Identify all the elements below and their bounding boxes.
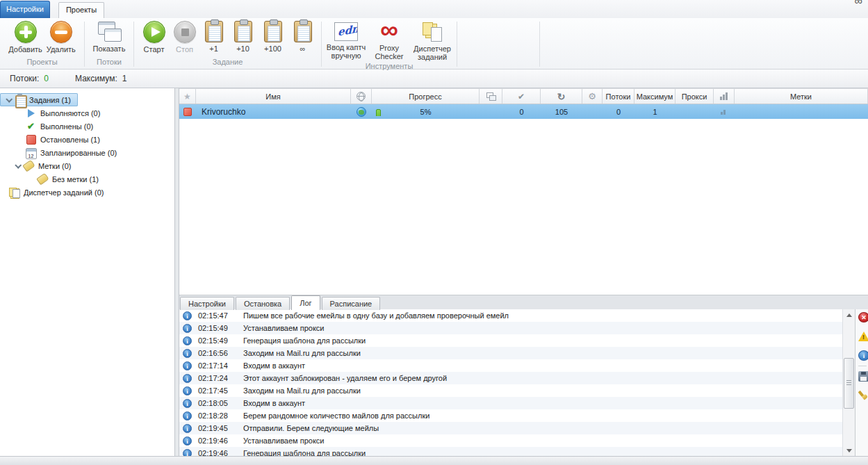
clipboard-icon <box>234 21 252 42</box>
log-entry[interactable]: 02:18:28 Берем рандомное количество майл… <box>179 409 842 422</box>
log-time: 02:17:14 <box>198 361 234 370</box>
column-settings[interactable] <box>582 89 603 104</box>
tree-item-label: Выполнены (0) <box>40 122 93 131</box>
tab-log[interactable]: Лог <box>291 295 320 310</box>
add-infinite-tasks-button[interactable]: ∞ <box>288 20 318 54</box>
tree-item-label: Выполняются (0) <box>40 109 100 117</box>
log-time: 02:17:45 <box>198 386 234 395</box>
scroll-down-button[interactable] <box>843 445 855 456</box>
column-restarts[interactable] <box>541 89 582 104</box>
scroll-up-button[interactable] <box>843 309 855 320</box>
tree-item[interactable]: Без метки (1) <box>0 172 174 186</box>
log-entry[interactable]: 02:16:56 Заходим на Mail.ru для рассылки <box>179 347 842 359</box>
add-100-tasks-button[interactable]: +100 <box>258 20 288 54</box>
tree-item[interactable]: Остановлены (1) <box>0 133 174 146</box>
tab-task-settings[interactable]: Настройки <box>180 297 234 310</box>
log-entry[interactable]: 02:18:05 Входим в аккаунт <box>179 397 842 409</box>
log-entry[interactable]: 02:19:46 Устанавливаем прокси <box>179 434 842 447</box>
bar-chart-icon <box>720 92 728 100</box>
log-time: 02:18:28 <box>198 411 234 420</box>
save-log-icon[interactable] <box>858 371 868 382</box>
tree-item-icon <box>37 174 49 185</box>
remove-icon <box>50 21 72 43</box>
clear-log-icon[interactable] <box>858 391 868 401</box>
show-threads-button[interactable]: Показать <box>91 20 128 54</box>
column-stats[interactable] <box>714 89 735 104</box>
task-manager-button[interactable]: Диспетчер заданий <box>409 20 455 62</box>
add-project-button[interactable]: Добавить <box>6 20 44 54</box>
log-message: Пишем все рабочие емейлы в одну базу и д… <box>243 311 509 320</box>
threads-value: 0 <box>44 74 49 83</box>
column-threads[interactable]: Потоки <box>603 89 634 104</box>
tab-settings[interactable]: Настройки <box>0 1 50 18</box>
stop-button[interactable]: Стоп <box>170 20 199 54</box>
tree-item[interactable]: Выполняются (0) <box>0 106 174 120</box>
column-proxy[interactable]: Прокси <box>675 89 714 104</box>
warning-filter-icon[interactable] <box>858 332 868 341</box>
tab-stop[interactable]: Остановка <box>236 297 290 310</box>
log-message: Генерация шаблона для рассылки <box>243 336 366 345</box>
column-name[interactable]: Имя <box>196 89 351 104</box>
error-filter-icon[interactable] <box>858 312 868 323</box>
delete-project-button[interactable]: Удалить <box>44 20 78 54</box>
log-time: 02:15:49 <box>198 336 234 345</box>
log-entry[interactable]: 02:15:49 Устанавливаем прокси <box>179 322 842 334</box>
log-scrollbar[interactable] <box>842 309 855 456</box>
checkmark-icon <box>518 92 525 101</box>
tree-item[interactable]: Метки (0) <box>0 159 174 172</box>
start-button[interactable]: Старт <box>138 20 170 54</box>
column-instances[interactable] <box>480 89 502 104</box>
log-entry[interactable]: 02:19:46 Генерация шаблона для рассылки <box>179 447 842 456</box>
restart-count: 105 <box>541 108 582 116</box>
scrollbar-thumb[interactable] <box>844 358 854 409</box>
tab-projects[interactable]: Проекты <box>58 2 104 18</box>
infinity-icon <box>375 21 403 42</box>
success-count: 0 <box>502 108 541 116</box>
column-maximum[interactable]: Максимум <box>634 89 675 104</box>
log-entry[interactable]: 02:17:45 Заходим на Mail.ru для рассылки <box>179 384 842 397</box>
expander-icon[interactable] <box>13 163 23 168</box>
mini-bar-chart-icon <box>721 108 728 115</box>
windows-icon <box>97 22 122 42</box>
log-entry[interactable]: 02:17:14 Входим в аккаунт <box>179 359 842 372</box>
log-entry[interactable]: 02:17:24 Этот аккаунт заблокирован - уда… <box>179 372 842 384</box>
arrow-down-icon <box>846 449 852 452</box>
column-progress[interactable]: Прогресс <box>372 89 480 104</box>
log-time: 02:19:45 <box>198 424 234 432</box>
tab-schedule[interactable]: Расписание <box>322 297 381 310</box>
clipboard-icon <box>205 21 223 42</box>
column-site[interactable] <box>351 89 372 104</box>
grid-empty-area <box>179 119 868 295</box>
info-icon <box>183 437 192 446</box>
manual-captcha-button[interactable]: Ввод каптч вручную <box>323 20 369 60</box>
task-row[interactable]: Krivoruchko 5% 0 105 0 1 <box>179 104 868 119</box>
tree-item[interactable]: Запланированные (0) <box>0 146 174 159</box>
add-1-task-button[interactable]: +1 <box>199 20 229 54</box>
tree-item[interactable]: Выполнены (0) <box>0 120 174 133</box>
tasks-tree-panel: Задания (1) Выполняются (0) Выполнены (0… <box>0 88 175 456</box>
log-message: Устанавливаем прокси <box>243 324 324 332</box>
group-label-task: Задание <box>134 58 321 69</box>
proxy-checker-button[interactable]: Proxy Checker <box>369 20 409 61</box>
log-entry[interactable]: 02:15:47 Пишем все рабочие емейлы в одну… <box>179 309 842 322</box>
column-labels[interactable]: Метки <box>735 89 868 104</box>
expander-icon[interactable] <box>3 97 14 102</box>
log-entry[interactable]: 02:19:45 Отправили. Берем следующие мейл… <box>179 422 842 434</box>
column-success[interactable] <box>502 89 541 104</box>
threads-status-bar: Потоки:0 Максимум:1 <box>0 70 868 88</box>
strip-divider <box>858 366 867 366</box>
documents-stack-icon <box>420 21 444 42</box>
add-10-tasks-button[interactable]: +10 <box>229 20 258 54</box>
globe-icon <box>357 92 366 101</box>
captcha-icon <box>334 22 358 41</box>
info-filter-icon[interactable] <box>858 350 868 361</box>
refresh-icon <box>557 91 566 102</box>
tree-item[interactable]: Диспетчер заданий (0) <box>0 186 174 199</box>
tree-item[interactable]: Задания (1) <box>0 93 78 106</box>
tree-item-icon <box>25 134 37 145</box>
info-icon <box>183 311 192 320</box>
log-entry[interactable]: 02:15:49 Генерация шаблона для рассылки <box>179 334 842 347</box>
column-favorite[interactable] <box>179 89 196 104</box>
info-icon <box>183 449 192 457</box>
bottom-tab-strip: Настройки Остановка Лог Расписание <box>179 295 868 309</box>
